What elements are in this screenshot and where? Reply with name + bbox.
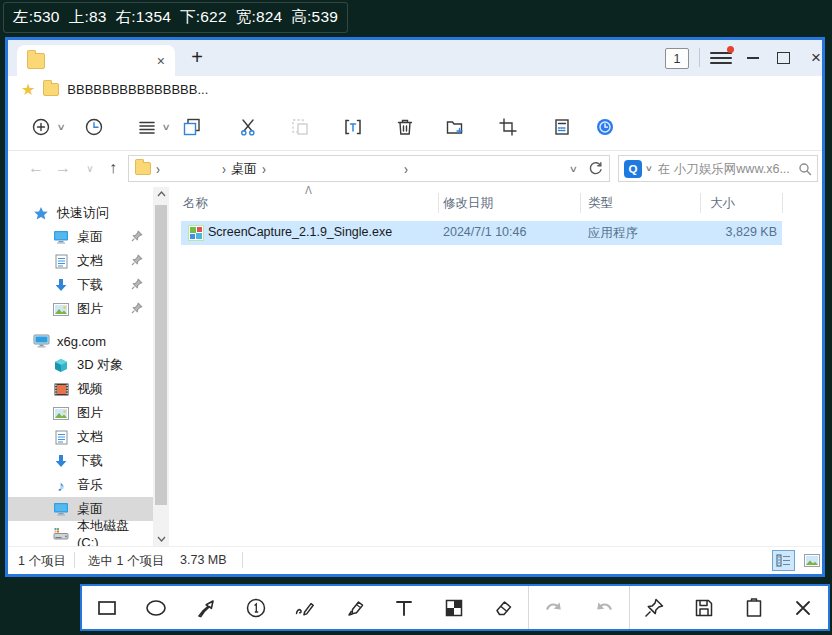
crop-button[interactable]: [497, 116, 519, 138]
sidebar-item-downloads-2[interactable]: 下载: [8, 449, 153, 473]
tab-count-badge[interactable]: 1: [665, 48, 689, 69]
magnifier-icon[interactable]: [798, 162, 812, 176]
sidebar-item-music[interactable]: ♪ 音乐: [8, 473, 153, 497]
breadcrumb-chevron-icon[interactable]: ›: [222, 160, 226, 177]
close-window-button[interactable]: ×: [805, 46, 827, 70]
column-header-type[interactable]: 类型: [588, 195, 613, 212]
sidebar-item-label: 音乐: [77, 476, 103, 494]
folder-icon: [43, 83, 59, 96]
sidebar-item-videos[interactable]: 视频: [8, 377, 153, 401]
folder-icon: [27, 53, 45, 69]
thumbnail-view-button[interactable]: [800, 550, 823, 571]
paste-button-disabled[interactable]: [289, 116, 311, 138]
app-file-icon: [188, 225, 204, 241]
column-header-name[interactable]: 名称: [183, 195, 208, 212]
pin-icon[interactable]: [131, 278, 143, 290]
file-size: 3,829 KB: [671, 225, 777, 239]
sidebar-item-documents-2[interactable]: 文档: [8, 425, 153, 449]
sidebar-scrollbar[interactable]: [153, 187, 169, 546]
content-area: 快速访问 桌面 文档: [8, 187, 822, 546]
properties-button[interactable]: [551, 116, 573, 138]
column-header-modified[interactable]: 修改日期: [443, 195, 493, 212]
sidebar-item-desktop[interactable]: 桌面: [8, 225, 153, 249]
sidebar-item-local-disk-c[interactable]: 本地磁盘 (C:): [8, 521, 153, 545]
annotation-toolbar: [80, 584, 830, 631]
favorites-title[interactable]: BBBBBBBBBBBBBBB...: [67, 82, 208, 97]
breadcrumb-segment[interactable]: 桌面: [231, 160, 257, 178]
status-bar: 1 个项目 选中 1 个项目 3.73 MB: [8, 546, 822, 574]
tab-close-icon[interactable]: ×: [157, 54, 165, 68]
undo-button[interactable]: [528, 586, 579, 629]
search-input[interactable]: [656, 161, 794, 177]
redo-button[interactable]: [579, 586, 629, 629]
sidebar-item-pictures-2[interactable]: 图片: [8, 401, 153, 425]
pin-button[interactable]: [629, 586, 680, 629]
sidebar-item-label: 快速访问: [57, 204, 109, 222]
sidebar-item-quick-access[interactable]: 快速访问: [8, 201, 153, 225]
tab-strip: × + 1 ×: [8, 40, 822, 76]
capture-region-info: 左:530 上:83 右:1354 下:622 宽:824 高:539: [3, 2, 348, 33]
cut-button[interactable]: [237, 116, 259, 138]
maximize-button[interactable]: [777, 52, 790, 64]
copy-button[interactable]: [181, 116, 203, 138]
ellipse-tool-button[interactable]: [132, 586, 182, 629]
up-icon[interactable]: ↑: [102, 157, 124, 179]
pin-icon[interactable]: [131, 230, 143, 242]
eraser-tool-button[interactable]: [479, 586, 529, 629]
pin-icon[interactable]: [131, 302, 143, 314]
rectangle-tool-button[interactable]: [82, 586, 132, 629]
breadcrumb-chevron-icon[interactable]: ›: [262, 160, 266, 177]
history-chevron-icon[interactable]: ∨: [79, 157, 101, 179]
sidebar-item-3d-objects[interactable]: 3D 对象: [8, 353, 153, 377]
new-item-chevron-icon[interactable]: ∨: [46, 116, 77, 138]
sidebar-item-this-pc[interactable]: x6g.com: [8, 329, 153, 353]
number-badge-tool-button[interactable]: [231, 586, 281, 629]
navigation-pane: 快速访问 桌面 文档: [8, 187, 153, 546]
scrollbar-thumb[interactable]: [155, 205, 167, 505]
delete-button[interactable]: [394, 116, 416, 138]
scroll-down-icon[interactable]: [153, 532, 169, 546]
app-sphere-icon[interactable]: [594, 116, 616, 138]
refresh-icon[interactable]: [588, 161, 603, 176]
search-box[interactable]: Q ∨: [618, 155, 818, 182]
text-tool-button[interactable]: [380, 586, 430, 629]
recent-button[interactable]: [83, 116, 105, 138]
file-modified: 2024/7/1 10:46: [443, 225, 526, 239]
sidebar-item-pictures[interactable]: 图片: [8, 297, 153, 321]
mosaic-tool-button[interactable]: [429, 586, 479, 629]
sort-ascending-icon[interactable]: ᐱ: [305, 185, 312, 196]
breadcrumb-chevron-icon[interactable]: ›: [156, 160, 160, 177]
screenshot-capture-overlay: 左:530 上:83 右:1354 下:622 宽:824 高:539 × + …: [0, 0, 832, 635]
marker-tool-button[interactable]: [330, 586, 380, 629]
breadcrumb-bar[interactable]: › › 桌面 › › ∨: [128, 155, 610, 182]
pen-tool-button[interactable]: [280, 586, 330, 629]
back-icon[interactable]: ←: [25, 157, 47, 179]
breadcrumb-chevron-icon[interactable]: ›: [404, 160, 408, 177]
search-chevron-icon[interactable]: ∨: [645, 164, 653, 173]
close-capture-button[interactable]: [778, 586, 828, 629]
details-view-button[interactable]: [772, 550, 795, 571]
column-header-size[interactable]: 大小: [710, 195, 735, 212]
address-dropdown-icon[interactable]: ∨: [569, 164, 578, 174]
new-tab-button[interactable]: +: [184, 43, 210, 71]
sort-chevron-icon[interactable]: ∨: [151, 116, 182, 138]
file-row-selected[interactable]: ScreenCapture_2.1.9_Single.exe 2024/7/1 …: [181, 221, 782, 245]
rename-button[interactable]: [342, 116, 364, 138]
sidebar-item-downloads[interactable]: 下载: [8, 273, 153, 297]
menu-button[interactable]: [710, 49, 732, 67]
clipboard-button[interactable]: [729, 586, 779, 629]
desktop-icon: [52, 230, 70, 244]
scroll-up-icon[interactable]: [153, 187, 169, 201]
forward-icon[interactable]: →: [52, 157, 74, 179]
sidebar-item-label: 文档: [77, 428, 103, 446]
search-engine-icon[interactable]: Q: [624, 160, 642, 178]
arrow-tool-button[interactable]: [181, 586, 231, 629]
selected-size: 3.73 MB: [180, 553, 227, 567]
new-folder-button[interactable]: [444, 116, 466, 138]
minimize-button[interactable]: [747, 57, 759, 59]
sidebar-item-documents[interactable]: 文档: [8, 249, 153, 273]
pin-icon[interactable]: [131, 254, 143, 266]
explorer-tab[interactable]: ×: [17, 45, 175, 76]
save-button[interactable]: [679, 586, 729, 629]
favorite-star-icon[interactable]: ★: [21, 82, 35, 98]
